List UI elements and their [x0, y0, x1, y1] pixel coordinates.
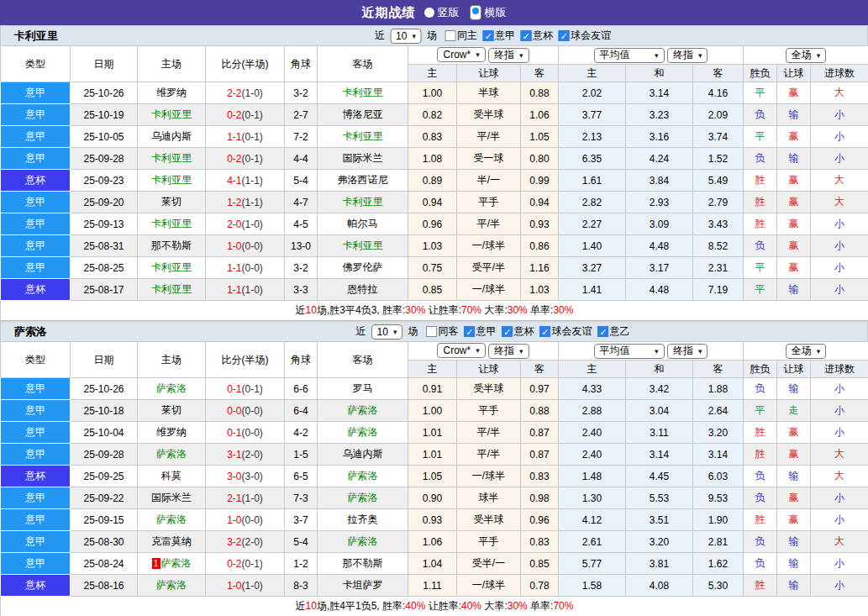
match-date: 25-09-15	[71, 509, 138, 531]
odds-home: 0.75	[408, 257, 457, 279]
match-count-select[interactable]: 10▾	[390, 29, 422, 44]
odds-away: 0.96	[521, 509, 559, 531]
same-venue-checkbox[interactable]	[445, 30, 456, 41]
result-handicap: 输	[777, 466, 811, 487]
odds-home: 0.85	[408, 279, 457, 301]
col-away: 客场	[318, 342, 408, 378]
odds-away: 0.98	[521, 487, 559, 509]
match-type: 意甲	[1, 148, 71, 170]
match-row: 意甲25-09-15萨索洛1-0(0-0)3-7拉齐奥0.93受半球0.964.…	[1, 509, 868, 531]
result-goals: 小	[811, 126, 868, 148]
radio-vertical-layout[interactable]: 竖版	[424, 5, 460, 20]
result-goals: 小	[811, 487, 868, 509]
score: 3-2(2-0)	[206, 531, 285, 553]
league-checkbox-意乙[interactable]: ✓	[597, 326, 608, 337]
final-odds-select[interactable]: 终指▾	[488, 48, 529, 63]
odds-handicap: 平手	[457, 531, 521, 553]
avg-final-select[interactable]: 终指▾	[667, 48, 708, 63]
radio-button-icon[interactable]	[470, 5, 481, 20]
result-handicap: 赢	[777, 422, 811, 444]
avg-draw: 3.42	[626, 378, 693, 400]
avg-final-select[interactable]: 终指▾	[667, 344, 708, 359]
scope-select[interactable]: 全场▾	[786, 48, 827, 63]
radio-label: 横版	[485, 5, 507, 20]
result-goals: 小	[811, 148, 868, 170]
odds-handicap: 受平/半	[457, 257, 521, 279]
odds-home: 0.93	[408, 509, 457, 531]
avg-home: 1.40	[559, 235, 626, 257]
radio-button-icon[interactable]	[424, 8, 434, 18]
avg-away: 2.81	[693, 531, 744, 553]
col-odds-away: 客	[521, 361, 559, 378]
league-checkbox-意杯[interactable]: ✓	[521, 30, 532, 41]
avg-home: 2.61	[559, 531, 626, 553]
chevron-down-icon: ▾	[817, 347, 821, 355]
result-handicap: 赢	[777, 487, 811, 509]
bookmaker-select[interactable]: Crow*▾	[437, 47, 485, 62]
league-checkbox-意甲[interactable]: ✓	[483, 30, 494, 41]
match-type: 意甲	[1, 104, 71, 126]
match-date: 25-09-23	[71, 170, 138, 192]
result-goals: 小	[811, 553, 868, 575]
avg-selects-cell: 平均值▾ 终指▾	[559, 46, 744, 65]
avg-home: 1.58	[559, 575, 626, 597]
result-handicap: 赢	[777, 170, 811, 192]
final-odds-select[interactable]: 终指▾	[488, 344, 529, 359]
col-result-goals: 进球数	[811, 361, 868, 378]
league-checkbox-球会友谊[interactable]: ✓	[539, 326, 550, 337]
league-checkbox-意杯[interactable]: ✓	[502, 326, 513, 337]
avg-draw: 5.53	[626, 487, 693, 509]
corners: 4-5	[285, 213, 318, 235]
col-avg-away: 客	[693, 361, 744, 378]
result-goals: 小	[811, 509, 868, 531]
score: 3-1(2-0)	[206, 444, 285, 466]
result-outcome: 平	[744, 126, 777, 148]
avg-draw: 4.48	[626, 235, 693, 257]
average-select[interactable]: 平均值▾	[594, 48, 665, 63]
result-handicap: 赢	[777, 82, 811, 104]
odds-away: 1.05	[521, 126, 559, 148]
score: 2-2(1-0)	[206, 82, 285, 104]
league-checkbox-球会友谊[interactable]: ✓	[559, 30, 570, 41]
col-date: 日期	[71, 342, 138, 378]
scope-select[interactable]: 全场▾	[786, 344, 827, 359]
match-type: 意甲	[1, 553, 71, 575]
col-avg-draw: 和	[626, 65, 693, 82]
odds-handicap: 平/半	[457, 213, 521, 235]
team-name: 萨索洛	[1, 324, 47, 340]
corners: 4-2	[285, 422, 318, 444]
same-venue-checkbox[interactable]	[426, 326, 437, 337]
radio-horizontal-layout[interactable]: 横版	[470, 5, 507, 20]
result-handicap: 输	[777, 148, 811, 170]
match-row: 意杯25-09-25科莫3-0(3-0)6-5萨索洛1.05一/球半0.831.…	[1, 466, 868, 487]
avg-home: 2.27	[559, 213, 626, 235]
result-goals: 小	[811, 422, 868, 444]
checkbox-label: 同主	[457, 29, 477, 41]
result-handicap: 赢	[777, 257, 811, 279]
score: 3-0(3-0)	[206, 466, 285, 487]
odds-away: 0.87	[521, 422, 559, 444]
match-date: 25-10-26	[71, 82, 138, 104]
score: 2-0(1-0)	[206, 213, 285, 235]
match-date: 25-08-30	[71, 531, 138, 553]
col-odds-away: 客	[521, 65, 559, 82]
away-team: 恩特拉	[318, 279, 408, 301]
avg-home: 3.27	[559, 257, 626, 279]
odds-away: 0.87	[521, 444, 559, 466]
result-handicap: 赢	[777, 213, 811, 235]
result-outcome: 平	[744, 279, 777, 301]
score: 0-0(0-0)	[206, 400, 285, 422]
bookmaker-select[interactable]: Crow*▾	[437, 343, 485, 358]
average-select[interactable]: 平均值▾	[594, 344, 665, 359]
avg-home: 1.48	[559, 466, 626, 487]
col-score: 比分(半场)	[206, 46, 285, 82]
avg-away: 8.52	[693, 235, 744, 257]
odds-home: 0.96	[408, 213, 457, 235]
result-outcome: 负	[744, 235, 777, 257]
odds-away: 0.80	[521, 148, 559, 170]
match-count-select[interactable]: 10▾	[371, 324, 403, 340]
result-outcome: 平	[744, 257, 777, 279]
league-checkbox-意甲[interactable]: ✓	[464, 326, 475, 337]
odds-away: 1.03	[521, 279, 559, 301]
odds-handicap: 球半	[457, 487, 521, 509]
